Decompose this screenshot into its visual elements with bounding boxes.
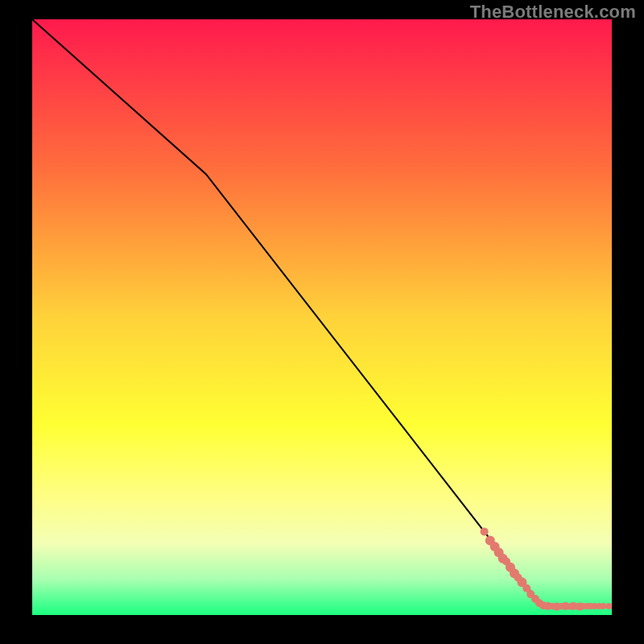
plot-background [32,19,612,615]
scatter-dot [481,527,489,535]
chart-frame: TheBottleneck.com [0,0,644,644]
scatter-dot [605,603,612,609]
watermark-text: TheBottleneck.com [470,2,636,23]
scatter-dot [600,603,606,609]
chart-canvas [0,0,644,644]
